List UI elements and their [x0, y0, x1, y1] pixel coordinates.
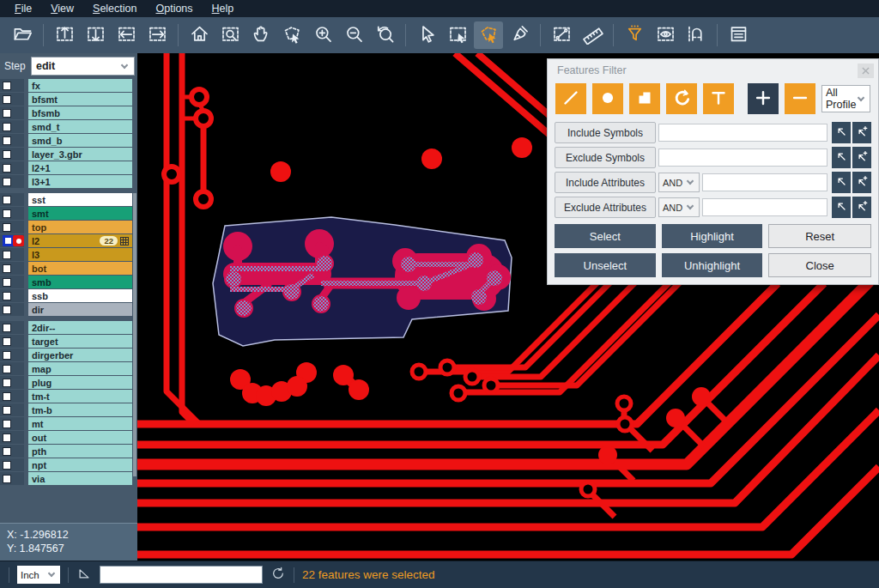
layer-name-bar[interactable]: bot	[28, 262, 132, 275]
exclude-attributes-pick-add-button[interactable]	[852, 197, 871, 218]
layer-visibility-checkbox[interactable]	[3, 264, 11, 273]
measure-line-button[interactable]	[547, 21, 576, 49]
layer-name-bar[interactable]: mt	[28, 417, 132, 430]
layer-row-pth[interactable]: pth	[0, 445, 137, 458]
layer-visibility-checkbox[interactable]	[3, 379, 11, 387]
include-attributes-button[interactable]: Include Attributes	[555, 172, 656, 193]
layer-visibility-checkbox[interactable]	[3, 351, 11, 360]
layer-visibility-checkbox[interactable]	[3, 420, 11, 428]
layer-row-fx[interactable]: fx	[0, 79, 137, 92]
shift-view-up-button[interactable]	[50, 21, 79, 49]
pad-feature-button[interactable]	[592, 83, 623, 114]
ruler-button[interactable]	[578, 21, 607, 49]
zoom-out-button[interactable]	[339, 21, 368, 49]
unselect-button[interactable]: Unselect	[555, 253, 656, 277]
layer-name-bar[interactable]: tm-b	[28, 403, 132, 416]
include-symbols-pick-button[interactable]	[832, 122, 851, 143]
layer-row-smt[interactable]: smt	[0, 207, 137, 220]
include-symbols-button[interactable]: Include Symbols	[555, 122, 656, 143]
layer-row-mt[interactable]: mt	[0, 417, 137, 430]
layer-visibility-checkbox[interactable]	[3, 82, 11, 90]
menu-help[interactable]: Help	[203, 3, 244, 15]
unit-select[interactable]: Inch	[17, 566, 60, 584]
layer-visibility-checkbox[interactable]	[3, 196, 11, 204]
exclude-attributes-button[interactable]: Exclude Attributes	[555, 197, 656, 218]
unhighlight-button[interactable]: Unhighlight	[662, 253, 763, 277]
exclude-symbols-button[interactable]: Exclude Symbols	[555, 147, 656, 168]
layer-name-bar[interactable]: sst	[28, 193, 132, 206]
remove-filter-button[interactable]	[785, 83, 815, 114]
layer-row-smd_t[interactable]: smd_t	[0, 120, 137, 133]
select-pointer-button[interactable]	[412, 21, 441, 49]
zoom-in-button[interactable]	[308, 21, 337, 49]
layer-visibility-checkbox[interactable]	[3, 109, 11, 118]
layer-row-tm-b[interactable]: tm-b	[0, 403, 137, 416]
layer-name-bar[interactable]: map	[28, 362, 132, 375]
zoom-window-button[interactable]	[215, 21, 245, 49]
layer-visibility-checkbox[interactable]	[3, 95, 11, 104]
home-view-button[interactable]	[185, 21, 214, 49]
command-input[interactable]	[100, 566, 263, 584]
menu-selection[interactable]: Selection	[83, 3, 146, 15]
layer-name-bar[interactable]: dirgerber	[28, 349, 132, 361]
layer-visibility-checkbox[interactable]	[3, 278, 11, 287]
pcb-canvas[interactable]: Features Filter All Profile Include Symb…	[137, 53, 879, 561]
layer-visibility-checkbox[interactable]	[3, 292, 11, 300]
layer-name-bar[interactable]: via	[28, 472, 132, 485]
layer-visibility-checkbox[interactable]	[3, 223, 11, 232]
close-button[interactable]: Close	[768, 253, 871, 277]
layer-name-bar[interactable]: bfsmb	[28, 106, 132, 119]
dialog-close-button[interactable]	[858, 64, 874, 78]
layer-row-plug[interactable]: plug	[0, 376, 137, 389]
shift-view-right-button[interactable]	[142, 21, 172, 49]
layer-name-bar[interactable]: 2dir--	[28, 321, 132, 334]
layer-name-bar[interactable]: smd_t	[28, 120, 132, 133]
profile-select[interactable]: All Profile	[821, 85, 870, 112]
pan-hand-button[interactable]	[246, 21, 276, 49]
layer-visibility-checkbox[interactable]	[3, 209, 11, 218]
reset-button[interactable]: Reset	[768, 224, 871, 248]
layer-row-map[interactable]: map	[0, 362, 137, 375]
layer-visibility-checkbox[interactable]	[3, 178, 11, 186]
layer-name-bar[interactable]: smb	[28, 276, 132, 288]
exclude-symbols-pick-add-button[interactable]	[852, 147, 871, 168]
layer-row-l3[interactable]: l3	[0, 248, 137, 261]
arc-feature-button[interactable]	[666, 83, 697, 114]
layer-row-bfsmb[interactable]: bfsmb	[0, 106, 137, 119]
menu-options[interactable]: Options	[146, 3, 202, 15]
include-symbols-pick-add-button[interactable]	[852, 122, 871, 143]
layer-name-bar[interactable]: smt	[28, 207, 132, 220]
layer-name-bar[interactable]: ssb	[28, 289, 132, 302]
clear-highlight-button[interactable]	[505, 21, 534, 49]
layer-name-bar[interactable]: out	[28, 431, 132, 444]
features-filter-button[interactable]	[620, 21, 649, 49]
include-symbols-input[interactable]	[658, 124, 827, 142]
layer-name-bar[interactable]: pth	[28, 445, 132, 458]
snap-button[interactable]	[682, 21, 711, 49]
shift-view-left-button[interactable]	[112, 21, 141, 49]
exclude-symbols-input[interactable]	[658, 149, 827, 167]
layer-row-npt[interactable]: npt	[0, 458, 137, 471]
step-select[interactable]: edit	[31, 57, 135, 76]
include-attributes-pick-button[interactable]	[832, 172, 851, 193]
layer-row-2dir--[interactable]: 2dir--	[0, 321, 137, 334]
include-attributes-input[interactable]	[702, 173, 827, 191]
layer-row-bot[interactable]: bot	[0, 262, 137, 275]
surface-feature-button[interactable]	[629, 83, 660, 114]
layer-row-out[interactable]: out	[0, 431, 137, 444]
refresh-icon[interactable]	[270, 566, 286, 585]
layer-visibility-checkbox[interactable]	[3, 337, 11, 346]
open-folder-button[interactable]	[8, 21, 37, 49]
include-attributes-logic-select[interactable]: AND	[658, 173, 700, 192]
layer-row-via[interactable]: via	[0, 472, 137, 485]
layer-row-smb[interactable]: smb	[0, 276, 137, 288]
layer-name-bar[interactable]: target	[28, 335, 132, 348]
exclude-attributes-pick-button[interactable]	[832, 197, 851, 218]
menu-view[interactable]: View	[41, 3, 83, 15]
layer-row-ssb[interactable]: ssb	[0, 289, 137, 302]
layer-visibility-checkbox[interactable]	[3, 433, 11, 442]
layer-visibility-checkbox[interactable]	[3, 136, 11, 145]
layer-row-layer_3.gbr[interactable]: layer_3.gbr	[0, 148, 137, 161]
layer-visibility-checkbox[interactable]	[3, 251, 11, 259]
angle-measure-icon[interactable]	[76, 566, 92, 585]
